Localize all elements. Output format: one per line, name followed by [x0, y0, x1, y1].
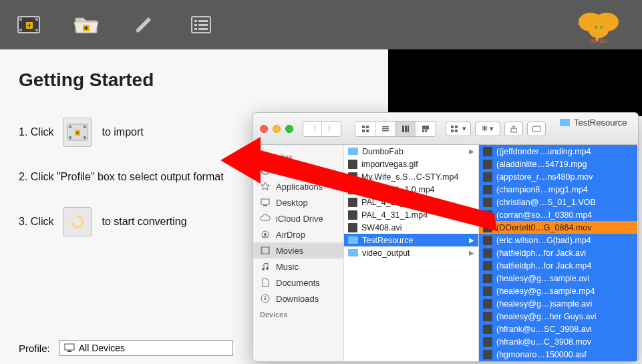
- list-item[interactable]: SW408.avi: [344, 221, 478, 234]
- list-item[interactable]: (christian@…S_01_1.VOB: [479, 196, 637, 208]
- list-item[interactable]: (hatfieldph…for Jack.avi: [479, 246, 637, 259]
- finder-column-2: ((jeffdonder…unding.mp4(aladdinlite…5471…: [479, 145, 638, 361]
- arrange-button[interactable]: ▾: [446, 122, 471, 136]
- list-item[interactable]: importvegas.gif: [344, 158, 478, 170]
- svg-rect-39: [422, 130, 424, 132]
- list-item[interactable]: TestResource▶: [344, 234, 478, 246]
- list-item[interactable]: My.Wife_s.S…C-STY.mp4: [344, 170, 478, 183]
- svg-rect-8: [194, 20, 197, 22]
- share-button[interactable]: [504, 122, 523, 136]
- list-item[interactable]: (eric.wilson…G(bad).mp4: [479, 234, 637, 246]
- file-icon: [483, 160, 492, 169]
- list-item[interactable]: (corran@so…l_0380.mp4: [479, 208, 637, 221]
- list-item[interactable]: DumboFab▶: [344, 145, 478, 158]
- svg-rect-31: [366, 130, 369, 132]
- svg-rect-38: [422, 126, 429, 130]
- file-icon: [348, 198, 357, 207]
- svg-rect-1: [19, 18, 22, 21]
- view-icons-button[interactable]: [355, 122, 375, 136]
- sidebar-item-label: Music: [276, 262, 299, 272]
- list-item[interactable]: (hgmonaro…150000.mp4: [479, 361, 637, 361]
- file-name: DumboFab: [362, 147, 404, 156]
- back-button[interactable]: 〈: [303, 122, 322, 136]
- sidebar-item-documents[interactable]: Documents: [253, 275, 343, 291]
- file-name: PAL_4_31_1 1.mp4: [361, 198, 435, 207]
- svg-rect-41: [451, 126, 454, 128]
- list-icon: [189, 13, 213, 37]
- svg-point-17: [595, 26, 597, 29]
- step1-text-a: 1. Click: [19, 126, 53, 138]
- step1-text-b: to import: [102, 126, 143, 138]
- step2-text: 2. Click "Profile" box to select output …: [19, 171, 224, 183]
- file-name: (aladdinlite…54719.mpg: [496, 160, 587, 169]
- list-item[interactable]: (healesy@g…)sample.avi: [479, 297, 637, 310]
- convert-icon: [63, 207, 92, 236]
- list-button[interactable]: [186, 9, 216, 40]
- list-item[interactable]: (hatfieldph…for Jack.mp4: [479, 259, 637, 272]
- file-icon: [483, 261, 492, 270]
- list-item[interactable]: PAL_4_31_1 1.mp4: [344, 196, 478, 208]
- tags-button[interactable]: [527, 122, 546, 136]
- sidebar-item-apps[interactable]: Applications: [253, 178, 343, 194]
- zoom-window-button[interactable]: [285, 125, 293, 133]
- svg-rect-33: [382, 128, 389, 130]
- file-icon: [348, 160, 357, 169]
- list-item[interactable]: (hfrank@u…SC_3908.avi: [479, 323, 637, 335]
- sidebar-item-label: iCloud Drive: [276, 214, 323, 224]
- close-window-button[interactable]: [260, 125, 268, 133]
- view-list-button[interactable]: [375, 122, 395, 136]
- list-item[interactable]: (hgmonaro…150000.asf: [479, 348, 637, 361]
- list-item[interactable]: video_output▶: [344, 246, 478, 259]
- list-item[interactable]: (healesy@g…her Guys.avi: [479, 310, 637, 323]
- svg-rect-21: [69, 136, 71, 139]
- file-icon: [348, 223, 357, 232]
- action-button[interactable]: ✻ ▾: [475, 122, 500, 136]
- sidebar-item-downloads[interactable]: Downloads: [253, 291, 343, 307]
- list-item[interactable]: (DOerteIt0…G_0864.mov: [479, 221, 637, 234]
- list-item[interactable]: PAL_4_31_1 0.mp4: [344, 183, 478, 196]
- svg-point-50: [264, 233, 267, 236]
- list-item[interactable]: PAL_4_31_1.mp4: [344, 208, 478, 221]
- file-name: (hatfieldph…for Jack.mp4: [496, 261, 591, 270]
- svg-rect-46: [532, 126, 540, 132]
- file-icon: [483, 350, 492, 359]
- svg-rect-26: [67, 351, 71, 352]
- svg-rect-4: [35, 29, 38, 31]
- file-name: PAL_4_31_1.mp4: [361, 210, 428, 220]
- file-name: (hfrank@u…SC_3908.avi: [496, 325, 592, 334]
- file-name: (healesy@g…sample.mp4: [496, 287, 595, 296]
- sidebar-item-label: AirDrop: [276, 230, 305, 240]
- sidebar-item-movies[interactable]: Movies: [253, 242, 343, 258]
- file-name: SW408.avi: [361, 223, 402, 232]
- list-item[interactable]: (appstore_r…ns480p.mov: [479, 170, 637, 183]
- path-badge: TestResource: [560, 118, 627, 128]
- finder-sidebar: Favorites RecentsApplicationsDesktopiClo…: [253, 145, 344, 361]
- list-item[interactable]: (healesy@g…sample.avi: [479, 272, 637, 285]
- forward-button[interactable]: 〉: [322, 122, 341, 136]
- list-item[interactable]: (aladdinlite…54719.mpg: [479, 158, 637, 170]
- svg-rect-49: [263, 205, 267, 206]
- file-name: PAL_4_31_1 0.mp4: [361, 185, 435, 194]
- sidebar-item-desktop[interactable]: Desktop: [253, 194, 343, 210]
- list-item[interactable]: (hfrank@u…C_3908.mov: [479, 335, 637, 348]
- add-folder-button[interactable]: [71, 9, 102, 40]
- edit-button[interactable]: [128, 9, 159, 40]
- chevron-right-icon: ▶: [469, 249, 474, 256]
- file-name: (healesy@g…)sample.avi: [496, 299, 592, 309]
- profile-select[interactable]: All Devices: [59, 340, 233, 356]
- view-gallery-button[interactable]: [416, 122, 436, 136]
- minimize-window-button[interactable]: [273, 125, 281, 133]
- sidebar-item-icloud[interactable]: iCloud Drive: [253, 210, 343, 226]
- add-video-button[interactable]: [13, 9, 44, 40]
- list-item[interactable]: (healesy@g…sample.mp4: [479, 285, 637, 297]
- sidebar-item-airdrop[interactable]: AirDrop: [253, 226, 343, 242]
- chevron-right-icon: ▶: [469, 236, 474, 244]
- folder-icon: [348, 148, 358, 155]
- svg-rect-12: [194, 28, 197, 30]
- sidebar-item-label: Desktop: [276, 198, 308, 208]
- view-columns-button[interactable]: [395, 122, 416, 136]
- list-item[interactable]: ((jeffdonder…unding.mp4: [479, 145, 637, 158]
- sidebar-item-recents[interactable]: Recents: [253, 162, 343, 178]
- sidebar-item-music[interactable]: Music: [253, 258, 343, 275]
- list-item[interactable]: (champion8…mpg1.mp4: [479, 183, 637, 196]
